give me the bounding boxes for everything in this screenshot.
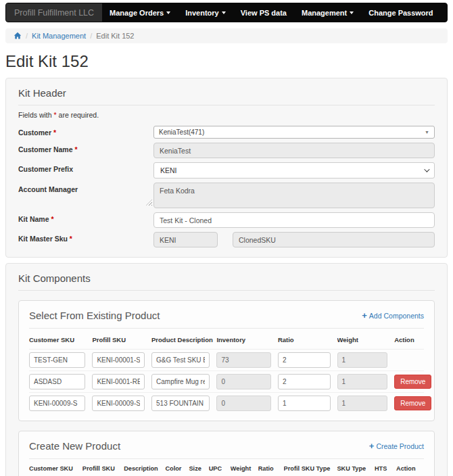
customer-name-label: Customer Name * [18,143,153,158]
create-product-title: Create New Product [29,440,120,452]
kit-master-sku-field-row: Kit Master Sku * [18,232,435,247]
kit-header-title: Kit Header [18,84,435,105]
nav-item-manage-orders[interactable]: Manage Orders [102,3,178,22]
ratio-input[interactable] [278,396,331,411]
customer-select[interactable]: KeniaTest(471) ▼ [153,126,435,139]
product-description-input[interactable] [151,352,210,368]
existing-product-header: Select From Existing Product + Add Compo… [29,305,424,329]
column-header-color: Color [165,459,189,476]
account-manager-label: Account Manager [18,183,153,208]
page-title: Edit Kit 152 [5,52,448,71]
caret-down-icon [166,11,170,14]
customer-prefix-value: KENI [160,166,177,174]
nav-item-inventory[interactable]: Inventory [178,3,233,22]
column-header-inventory: Inventory [216,329,278,350]
brand-link[interactable]: Profill Fulfillment LLC [6,3,102,22]
column-header-customer-sku: Customer SKU [29,459,82,476]
breadcrumb: / Kit Management / Edit Kit 152 [5,28,448,43]
kit-components-section: Kit Components Select From Existing Prod… [5,263,448,476]
ratio-input[interactable] [278,352,331,368]
profill-sku-input[interactable] [92,374,145,389]
column-header-profill-sku: Profill SKU [92,329,151,350]
create-product-table: Customer SKUProfill SKUDescriptionColorS… [29,459,424,476]
ratio-input[interactable] [278,374,331,389]
remove-component-button[interactable]: Remove [394,396,431,410]
kit-name-label: Kit Name * [18,212,153,228]
customer-name-field-row: Customer Name * [18,143,435,158]
required-note-suffix: are required. [59,111,99,119]
kit-name-input[interactable] [153,212,435,228]
account-manager-textarea: Feta Kodra [153,183,435,208]
column-header-description: Description [124,459,165,476]
home-icon[interactable] [14,32,22,40]
create-product-header: Create New Product + Create Product [29,435,424,459]
column-header-weight: Weight [337,329,395,350]
product-description-input[interactable] [151,396,210,411]
customer-sku-input[interactable] [29,352,85,368]
kit-master-sku-prefix-input [153,232,218,247]
inventory-input [216,352,271,368]
weight-input [337,374,388,389]
chevron-down-icon: ▼ [425,130,429,135]
required-asterisk: * [70,235,72,243]
column-header-action: Action [394,329,424,350]
profill-sku-input[interactable] [92,352,145,368]
required-asterisk: * [54,111,57,119]
customer-name-input [153,143,435,158]
caret-down-icon [222,11,226,14]
kit-name-field-row: Kit Name * [18,212,435,228]
caret-down-icon [350,11,354,14]
customer-prefix-label-text: Customer Prefix [18,165,73,173]
chevron-down-icon [424,166,429,172]
component-row: Remove [29,393,424,414]
inventory-input [216,374,271,389]
create-product-link[interactable]: + Create Product [369,442,424,450]
customer-prefix-field-row: Customer Prefix KENI [18,162,435,178]
kit-header-section: Kit Header Fields with * are required. C… [5,78,448,258]
kit-master-sku-label: Kit Master Sku * [18,232,153,247]
account-manager-label-text: Account Manager [18,185,78,193]
column-header-action: Action [396,459,424,476]
profill-sku-input[interactable] [92,396,145,411]
create-table-head-row: Customer SKUProfill SKUDescriptionColorS… [29,459,424,476]
breadcrumb-separator: / [26,32,28,40]
customer-prefix-select[interactable]: KENI [153,162,435,178]
column-header-sku-type: SKU Type [337,459,374,476]
weight-input [337,352,388,368]
kit-master-sku-input [233,232,435,247]
kit-name-label-text: Kit Name [18,215,49,223]
customer-sku-input[interactable] [29,374,85,389]
customer-label: Customer * [18,126,153,139]
remove-component-button[interactable]: Remove [394,375,431,389]
required-asterisk: * [74,145,77,153]
required-note: Fields with * are required. [18,111,435,119]
account-manager-field-row: Account Manager Feta Kodra [18,183,435,208]
column-header-profil-sku-type: Profil SKU Type [284,459,337,476]
column-header-ratio: Ratio [278,329,337,350]
column-header-profill-sku: Profill SKU [82,459,124,476]
column-header-product-description: Product Description [151,329,216,350]
customer-field-row: Customer * KeniaTest(471) ▼ [18,126,435,139]
breadcrumb-kit-management[interactable]: Kit Management [32,32,86,40]
nav-item-management[interactable]: Management [294,3,361,22]
customer-name-label-text: Customer Name [18,145,73,153]
component-row [29,350,424,371]
top-navbar: Profill Fulfillment LLC Manage OrdersInv… [5,3,448,22]
add-components-link[interactable]: + Add Components [362,311,424,320]
page: Profill Fulfillment LLC Manage OrdersInv… [0,0,453,476]
customer-sku-input[interactable] [29,396,85,411]
component-row: Remove [29,371,424,393]
plus-icon: + [369,442,375,450]
existing-product-panel: Select From Existing Product + Add Compo… [18,300,435,421]
existing-components-table: Customer SKUProfill SKUProduct Descripti… [29,329,424,414]
weight-input [337,396,388,411]
existing-product-title: Select From Existing Product [29,310,160,321]
nav-item-change-password[interactable]: Change Password [361,3,440,22]
column-header-customer-sku: Customer SKU [29,329,92,350]
nav-item-view-ps-data[interactable]: View PS data [233,3,294,22]
product-description-input[interactable] [151,374,210,389]
column-header-size: Size [189,459,208,476]
kit-master-sku-label-text: Kit Master Sku [18,235,68,243]
nav-item-logout-fkodra[interactable]: Logout fkodra [441,3,448,22]
inventory-input [216,396,271,411]
